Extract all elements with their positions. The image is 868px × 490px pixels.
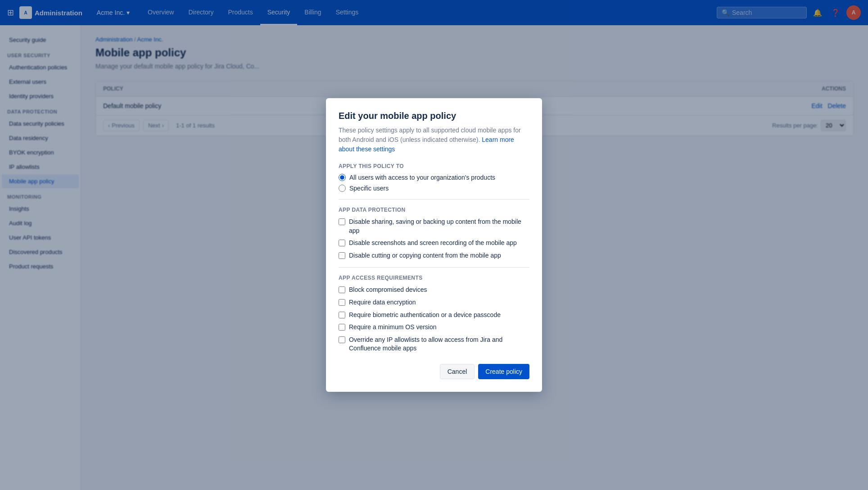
checkbox-block-compromised[interactable]: Block compromised devices <box>339 286 529 295</box>
checkbox-disable-sharing[interactable]: Disable sharing, saving or backing up co… <box>339 218 529 235</box>
modal-title: Edit your mobile app policy <box>339 111 529 121</box>
modal-description: These policy settings apply to all suppo… <box>339 126 529 154</box>
radio-specific-users-input[interactable] <box>339 185 346 192</box>
radio-specific-users[interactable]: Specific users <box>339 185 529 192</box>
checkbox-disable-cutting-input[interactable] <box>339 252 345 259</box>
app-data-protection-group: Disable sharing, saving or backing up co… <box>339 218 529 260</box>
checkbox-require-os-version[interactable]: Require a minimum OS version <box>339 323 529 332</box>
radio-all-users[interactable]: All users with access to your organizati… <box>339 174 529 181</box>
apply-policy-section-label: Apply this policy to <box>339 163 529 169</box>
checkbox-disable-screenshots-input[interactable] <box>339 240 345 246</box>
checkbox-require-os-version-label: Require a minimum OS version <box>349 323 437 332</box>
modal-divider-1 <box>339 199 529 200</box>
checkbox-require-os-version-input[interactable] <box>339 324 345 331</box>
checkbox-disable-sharing-input[interactable] <box>339 218 345 225</box>
app-access-requirements-label: App access requirements <box>339 275 529 281</box>
app-data-protection-label: App data protection <box>339 207 529 213</box>
cancel-button[interactable]: Cancel <box>440 364 475 379</box>
checkbox-disable-cutting[interactable]: Disable cutting or copying content from … <box>339 251 529 260</box>
checkbox-disable-sharing-label: Disable sharing, saving or backing up co… <box>349 218 529 235</box>
radio-all-users-input[interactable] <box>339 174 346 181</box>
checkbox-disable-screenshots-label: Disable screenshots and screen recording… <box>349 239 517 248</box>
checkbox-require-encryption-input[interactable] <box>339 299 345 306</box>
create-policy-button[interactable]: Create policy <box>478 364 529 379</box>
checkbox-require-encryption[interactable]: Require data encryption <box>339 298 529 307</box>
modal-divider-2 <box>339 267 529 268</box>
checkbox-block-compromised-input[interactable] <box>339 286 345 293</box>
checkbox-require-encryption-label: Require data encryption <box>349 298 416 307</box>
modal-overlay[interactable]: Edit your mobile app policy These policy… <box>0 0 868 490</box>
radio-all-users-label: All users with access to your organizati… <box>349 174 495 181</box>
checkbox-disable-cutting-label: Disable cutting or copying content from … <box>349 251 501 260</box>
checkbox-require-biometric-input[interactable] <box>339 312 345 318</box>
modal-footer: Cancel Create policy <box>339 364 529 379</box>
checkbox-block-compromised-label: Block compromised devices <box>349 286 427 295</box>
checkbox-disable-screenshots[interactable]: Disable screenshots and screen recording… <box>339 239 529 248</box>
apply-policy-radio-group: All users with access to your organizati… <box>339 174 529 192</box>
checkbox-require-biometric[interactable]: Require biometric authentication or a de… <box>339 311 529 320</box>
edit-policy-modal: Edit your mobile app policy These policy… <box>326 98 542 392</box>
checkbox-require-biometric-label: Require biometric authentication or a de… <box>349 311 501 320</box>
checkbox-override-ip-allowlists-label: Override any IP allowlists to allow acce… <box>349 336 529 353</box>
checkbox-override-ip-allowlists-input[interactable] <box>339 336 345 343</box>
checkbox-override-ip-allowlists[interactable]: Override any IP allowlists to allow acce… <box>339 336 529 353</box>
app-access-requirements-group: Block compromised devices Require data e… <box>339 286 529 353</box>
radio-specific-users-label: Specific users <box>349 185 389 192</box>
